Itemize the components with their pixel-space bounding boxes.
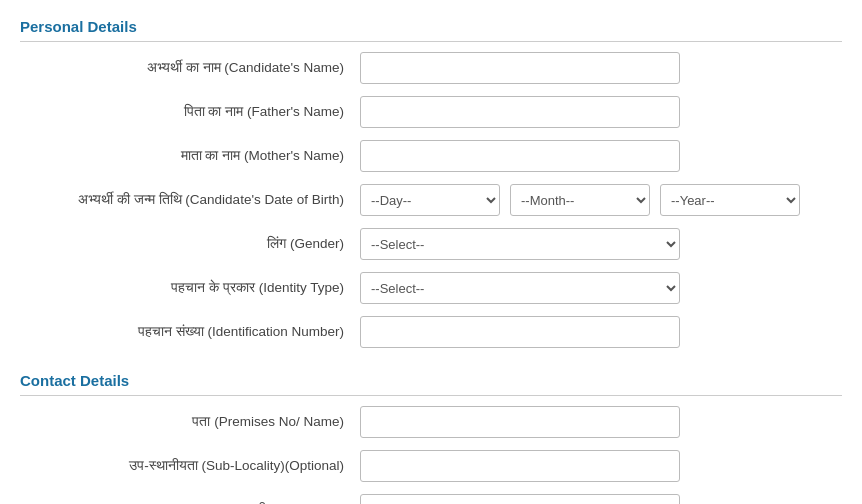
father-name-row: पिता का नाम (Father's Name)	[20, 96, 842, 128]
identity-type-row: पहचान के प्रकार (Identity Type) --Select…	[20, 272, 842, 304]
dob-day-select[interactable]: --Day--	[360, 184, 500, 216]
mother-name-label: माता का नाम (Mother's Name)	[20, 147, 360, 166]
personal-details-section: Personal Details अभ्यर्थी का नाम (Candid…	[20, 10, 842, 348]
contact-details-section: Contact Details पता (Premises No/ Name) …	[20, 364, 842, 504]
father-name-input[interactable]	[360, 96, 680, 128]
premises-input[interactable]	[360, 406, 680, 438]
gender-row: लिंग (Gender) --Select--	[20, 228, 842, 260]
sub-locality-label: उप-स्थानीयता (Sub-Locality)(Optional)	[20, 457, 360, 476]
identification-number-row: पहचान संख्या (Identification Number)	[20, 316, 842, 348]
locality-input[interactable]	[360, 494, 680, 504]
locality-row: स्थानीयता (Locality)	[20, 494, 842, 504]
candidate-name-label: अभ्यर्थी का नाम (Candidate's Name)	[20, 59, 360, 78]
premises-label: पता (Premises No/ Name)	[20, 413, 360, 432]
dob-row: अभ्यर्थी की जन्म तिथि (Candidate's Date …	[20, 184, 842, 216]
personal-details-title: Personal Details	[20, 10, 842, 42]
sub-locality-row: उप-स्थानीयता (Sub-Locality)(Optional)	[20, 450, 842, 482]
contact-details-title: Contact Details	[20, 364, 842, 396]
identity-type-select[interactable]: --Select--	[360, 272, 680, 304]
locality-label: स्थानीयता (Locality)	[20, 501, 360, 504]
candidate-name-row: अभ्यर्थी का नाम (Candidate's Name)	[20, 52, 842, 84]
dob-month-select[interactable]: --Month--	[510, 184, 650, 216]
dob-label: अभ्यर्थी की जन्म तिथि (Candidate's Date …	[20, 191, 360, 210]
identification-number-input[interactable]	[360, 316, 680, 348]
gender-label: लिंग (Gender)	[20, 235, 360, 254]
premises-row: पता (Premises No/ Name)	[20, 406, 842, 438]
gender-select[interactable]: --Select--	[360, 228, 680, 260]
dob-container: --Day-- --Month-- --Year--	[360, 184, 800, 216]
father-name-label: पिता का नाम (Father's Name)	[20, 103, 360, 122]
mother-name-row: माता का नाम (Mother's Name)	[20, 140, 842, 172]
candidate-name-input[interactable]	[360, 52, 680, 84]
identity-type-label: पहचान के प्रकार (Identity Type)	[20, 279, 360, 298]
identification-number-label: पहचान संख्या (Identification Number)	[20, 323, 360, 342]
sub-locality-input[interactable]	[360, 450, 680, 482]
dob-year-select[interactable]: --Year--	[660, 184, 800, 216]
mother-name-input[interactable]	[360, 140, 680, 172]
